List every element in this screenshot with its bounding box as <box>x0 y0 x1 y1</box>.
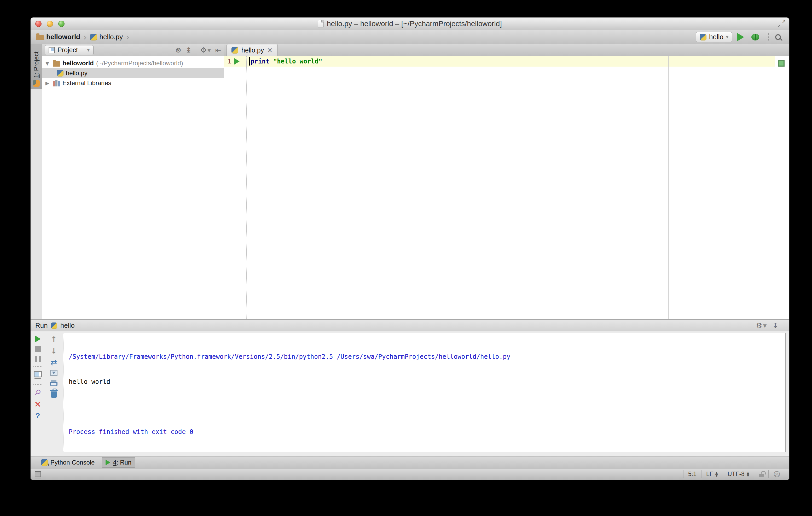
project-toolwindow-icon <box>33 80 40 87</box>
status-bar: 5:1 LF ▲▼ UTF-8 ▲▼ ☹ <box>31 468 789 480</box>
toolwindow-toggle-icon[interactable] <box>35 472 41 477</box>
collapse-all-button[interactable]: ↨ <box>186 47 192 54</box>
gear-icon: ⚙ <box>200 47 207 54</box>
run-button[interactable] <box>737 33 744 41</box>
inspector-face-icon: ☹ <box>773 471 780 478</box>
next-occurrence-button[interactable]: ↓ <box>51 347 57 355</box>
window-title: hello.py – helloworld – [~/PycharmProjec… <box>327 20 502 28</box>
traffic-lights <box>35 18 64 30</box>
run-console-output[interactable]: /System/Library/Frameworks/Python.framew… <box>63 333 786 452</box>
editor-pane: hello.py × 1 print "hello world" <box>224 44 789 320</box>
run-toolbar-secondary: ↑ ↓ ⇄ <box>45 331 62 456</box>
run-icon <box>106 460 110 465</box>
run-toolbar-primary: ⚲ × ? <box>31 331 45 456</box>
run-panel-config-name: hello <box>60 322 75 330</box>
run-settings-button[interactable]: ⚙▾ <box>756 322 767 330</box>
project-view-selector[interactable]: Project ▾ <box>45 45 93 55</box>
panel-settings-button[interactable]: ⚙▾ <box>200 47 211 54</box>
search-everywhere-button[interactable] <box>775 34 781 40</box>
project-toolwindow-stripe-button[interactable]: 1: Project <box>31 44 42 89</box>
editor-tab-hello-py[interactable]: hello.py × <box>227 44 278 56</box>
python-icon <box>51 323 57 329</box>
project-panel-header: Project ▾ ⊕ ↨ ⚙▾ ⇤ <box>42 44 224 56</box>
fullscreen-button[interactable]: ↗ ↙ <box>777 20 786 28</box>
python-file-icon <box>231 47 238 54</box>
print-button[interactable] <box>50 382 57 386</box>
tree-row-external-libraries[interactable]: ▶ External Libraries <box>42 78 224 88</box>
document-icon <box>318 20 324 27</box>
tree-row-project-root[interactable]: ▼ helloworld (~/PycharmProjects/hellowor… <box>42 58 224 68</box>
restore-layout-button[interactable] <box>34 371 42 377</box>
breadcrumb-file[interactable]: hello.py <box>90 33 123 41</box>
folder-icon <box>53 61 60 67</box>
project-view-icon <box>49 47 55 53</box>
run-panel-title: Run <box>35 322 48 330</box>
zoom-window-button[interactable] <box>58 21 64 27</box>
run-toolwindow-button[interactable]: 4: Run <box>102 457 135 468</box>
debug-button[interactable] <box>751 34 759 40</box>
inspection-strip <box>775 56 789 320</box>
scroll-to-end-button[interactable] <box>50 370 57 376</box>
minimize-window-button[interactable] <box>47 21 53 27</box>
collapse-caret-icon[interactable]: ▼ <box>44 60 51 66</box>
run-configuration-name: hello <box>709 33 723 41</box>
line-separator-widget[interactable]: LF ▲▼ <box>701 470 723 478</box>
python-file-icon <box>57 70 63 77</box>
chevron-down-icon: ▾ <box>87 47 90 53</box>
left-toolwindow-stripe: 1: Project <box>31 44 42 320</box>
prev-occurrence-button[interactable]: ↑ <box>51 336 57 343</box>
project-stripe-label: : Project <box>33 52 40 74</box>
spinner-down-icon: ▼ <box>747 474 749 477</box>
inspection-profile-widget[interactable]: ☹ <box>768 470 785 478</box>
toolbar-separator <box>33 366 42 367</box>
pause-output-button[interactable] <box>35 356 41 362</box>
close-window-button[interactable] <box>35 21 41 27</box>
expand-caret-icon[interactable]: ▶ <box>44 80 51 86</box>
editor-body[interactable]: 1 print "hello world" <box>224 56 789 320</box>
fullscreen-arrow-ne-icon: ↗ <box>782 19 786 24</box>
console-blank-line <box>69 403 785 411</box>
toolbar-separator <box>33 384 42 385</box>
breadcrumb-chevron-icon: › <box>83 33 88 41</box>
locate-file-button[interactable]: ⊕ <box>174 45 183 55</box>
line-separator-value: LF <box>706 471 713 478</box>
project-root-name: helloworld <box>62 60 94 67</box>
tree-row-hello-py[interactable]: hello.py <box>42 68 224 78</box>
inspection-status-indicator[interactable] <box>778 60 785 67</box>
breadcrumb-project[interactable]: helloworld <box>36 33 80 41</box>
spinner-down-icon: ▼ <box>715 474 718 477</box>
hide-panel-button[interactable]: ↧ <box>772 322 778 330</box>
code-area[interactable]: print "hello world" <box>247 56 775 320</box>
help-button[interactable]: ? <box>35 412 40 420</box>
stop-button[interactable] <box>35 346 41 352</box>
text-caret <box>249 57 250 65</box>
close-tab-icon[interactable]: × <box>267 47 273 54</box>
run-configuration-selector[interactable]: hello ▾ <box>696 32 732 42</box>
caret-position-widget[interactable]: 5:1 <box>683 470 701 478</box>
console-stdout-line: hello world <box>69 377 785 386</box>
title-bar[interactable]: hello.py – helloworld – [~/PycharmProjec… <box>31 18 789 30</box>
close-button[interactable]: × <box>34 400 41 408</box>
chevron-down-icon: ▾ <box>763 322 767 330</box>
readonly-toggle-widget[interactable] <box>754 470 768 478</box>
external-libraries-label: External Libraries <box>62 80 111 87</box>
project-panel: Project ▾ ⊕ ↨ ⚙▾ ⇤ ▼ helloworld (~/Pycha… <box>42 44 224 320</box>
run-toolwindow-header[interactable]: Run hello ⚙▾ ↧ <box>31 320 789 331</box>
breadcrumb-project-label: helloworld <box>46 33 80 41</box>
code-keyword: print <box>251 58 269 65</box>
pin-tab-button[interactable]: ⚲ <box>33 388 42 397</box>
chevron-down-icon: ▾ <box>207 47 211 54</box>
run-line-gutter-icon[interactable] <box>234 58 239 64</box>
libraries-icon <box>53 80 60 86</box>
hide-panel-button[interactable]: ⇤ <box>215 47 221 54</box>
python-console-toolwindow-button[interactable]: Python Console <box>37 457 98 468</box>
soft-wrap-button[interactable]: ⇄ <box>51 359 57 366</box>
rerun-button[interactable] <box>35 336 41 342</box>
editor-tab-strip: hello.py × <box>224 44 789 56</box>
project-view-label: Project <box>57 46 78 54</box>
clear-console-button[interactable] <box>51 391 57 398</box>
code-line-1[interactable]: print "hello world" <box>247 56 775 67</box>
python-console-icon <box>41 459 48 466</box>
editor-gutter: 1 <box>224 56 247 320</box>
encoding-widget[interactable]: UTF-8 ▲▼ <box>723 470 754 478</box>
